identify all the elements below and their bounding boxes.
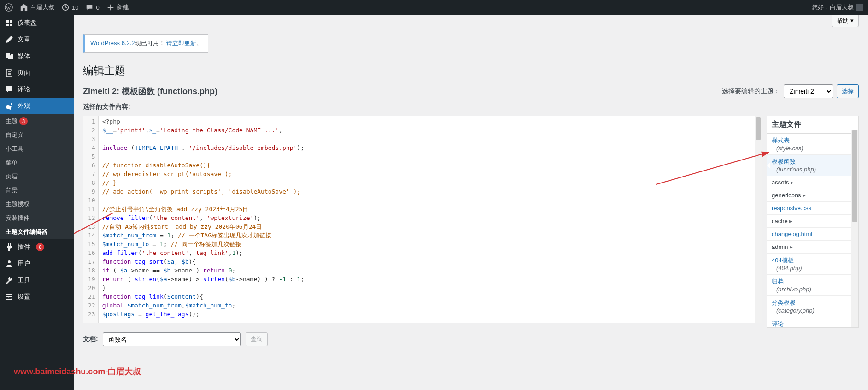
tree-item[interactable]: responsive.css (767, 202, 858, 215)
badge: 3 (19, 117, 28, 125)
comments-count: 0 (96, 4, 99, 11)
tree-item[interactable]: 模板函数(functions.php) (767, 155, 858, 176)
content-area: 帮助 ▾ WordPress 6.2.2现已可用！ 请立即更新。 编辑主题 Zi… (74, 15, 868, 390)
menu-label: 页面 (18, 69, 30, 77)
submenu-item[interactable]: 主题文件编辑器 (0, 225, 74, 239)
tree-item[interactable]: 404模板(404.php) (767, 254, 858, 275)
updates-link[interactable]: 10 (61, 3, 78, 12)
menu-label: 插件 (18, 243, 30, 251)
admin-topbar: 白眉大叔 10 0 新建 您好，白眉大叔 (0, 0, 868, 15)
svg-point-2 (10, 294, 12, 295)
watermark: www.baimeidashu.com-白眉大叔 (14, 366, 141, 377)
select-theme-label: 选择要编辑的主题： (722, 87, 780, 95)
tree-item[interactable]: cache (767, 215, 858, 228)
selected-file-label: 选择的文件内容: (83, 103, 859, 111)
menu-label: 工具 (18, 276, 30, 284)
svg-point-0 (5, 4, 12, 11)
submenu-item[interactable]: 页眉 (0, 170, 74, 183)
tree-item[interactable]: genericons (767, 189, 858, 202)
file-heading: Zimeiti 2: 模板函数 (functions.php) (83, 86, 217, 97)
update-now-link[interactable]: 请立即更新 (166, 40, 196, 47)
tree-item[interactable]: admin (767, 241, 858, 254)
tree-item[interactable]: 样式表(style.css) (767, 134, 858, 155)
update-notice: WordPress 6.2.2现已可用！ 请立即更新。 (83, 34, 208, 53)
sidebar-item-comments[interactable]: 评论 (0, 81, 74, 98)
svg-point-4 (11, 299, 12, 300)
sidebar-item-posts[interactable]: 文章 (0, 31, 74, 48)
sidebar-item-plugins[interactable]: 插件6 (0, 239, 74, 255)
tree-scrollbar[interactable] (851, 130, 858, 327)
doc-label: 文档: (83, 335, 98, 343)
avatar (856, 4, 863, 11)
menu-label: 外观 (18, 102, 30, 110)
greeting-text: 您好，白眉大叔 (812, 3, 854, 12)
line-gutter: 1234567891011121314151617181920212223 (83, 116, 99, 323)
notice-text: 现已可用！ (135, 40, 165, 47)
file-tree-panel: 主题文件 样式表(style.css)模板函数(functions.php)as… (767, 116, 859, 328)
menu-label: 文章 (18, 35, 30, 44)
new-label: 新建 (117, 3, 129, 12)
code-editor[interactable]: 1234567891011121314151617181920212223 <?… (83, 116, 762, 323)
sidebar-item-tools[interactable]: 工具 (0, 272, 74, 289)
tree-item[interactable]: 归档(archive.php) (767, 275, 858, 296)
badge: 6 (36, 243, 44, 251)
submenu-item[interactable]: 主题3 (0, 114, 74, 128)
greeting-link[interactable]: 您好，白眉大叔 (812, 3, 863, 12)
submenu-item[interactable]: 主题授权 (0, 197, 74, 211)
doc-query-button[interactable]: 查询 (246, 332, 268, 346)
wp-version-link[interactable]: WordPress 6.2.2 (90, 40, 135, 47)
sidebar-item-media[interactable]: 媒体 (0, 48, 74, 65)
sidebar-item-dashboard[interactable]: 仪表盘 (0, 15, 74, 31)
new-content-link[interactable]: 新建 (106, 3, 129, 12)
submenu-item[interactable]: 菜单 (0, 156, 74, 170)
sidebar-item-users[interactable]: 用户 (0, 255, 74, 272)
menu-label: 仪表盘 (18, 19, 37, 27)
menu-label: 评论 (18, 85, 30, 94)
sidebar-item-appearance[interactable]: 外观 (0, 98, 74, 114)
tree-item[interactable]: 评论(comments.php) (767, 317, 858, 327)
wp-logo[interactable] (5, 3, 13, 12)
svg-point-1 (8, 260, 11, 263)
menu-label: 设置 (18, 293, 30, 301)
tree-item[interactable]: 分类模板(category.php) (767, 296, 858, 317)
admin-sidebar: 仪表盘文章媒体页面评论外观主题3自定义小工具菜单页眉背景主题授权安装插件主题文件… (0, 15, 74, 390)
site-link[interactable]: 白眉大叔 (20, 3, 54, 12)
theme-select[interactable]: Zimeiti 2 (784, 84, 833, 98)
tree-item[interactable]: assets (767, 176, 858, 189)
page-title: 编辑主题 (83, 59, 859, 80)
sidebar-item-pages[interactable]: 页面 (0, 65, 74, 81)
submenu-item[interactable]: 背景 (0, 183, 74, 197)
submenu-item[interactable]: 安装插件 (0, 211, 74, 225)
svg-point-3 (8, 296, 10, 298)
select-theme-button[interactable]: 选择 (837, 84, 859, 98)
site-name-label: 白眉大叔 (30, 3, 54, 12)
sidebar-item-settings[interactable]: 设置 (0, 289, 74, 305)
tree-item[interactable]: changelog.html (767, 228, 858, 241)
menu-label: 用户 (18, 260, 30, 268)
submenu-item[interactable]: 自定义 (0, 128, 74, 142)
menu-label: 媒体 (18, 52, 30, 60)
code-content[interactable]: <?php$__='printf';$_='Loading the Class/… (99, 116, 755, 323)
comments-link[interactable]: 0 (85, 3, 99, 12)
editor-scrollbar[interactable] (755, 116, 762, 323)
file-tree-title: 主题文件 (767, 116, 858, 134)
updates-count: 10 (72, 4, 78, 11)
help-button[interactable]: 帮助 ▾ (832, 15, 859, 27)
submenu-item[interactable]: 小工具 (0, 142, 74, 156)
doc-select[interactable]: 函数名 (103, 332, 241, 346)
